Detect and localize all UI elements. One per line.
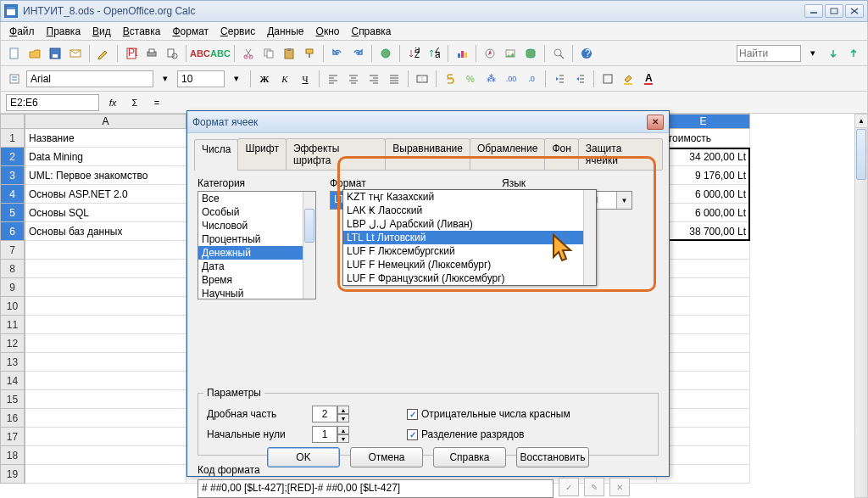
help-button[interactable]: Справка	[433, 447, 506, 467]
print-icon[interactable]	[143, 45, 160, 62]
row-header-2[interactable]: 2	[0, 148, 25, 166]
chevron-down-icon[interactable]: ▼	[616, 192, 632, 209]
leading-input[interactable]	[312, 426, 337, 443]
spellcheck-icon[interactable]: ABC	[192, 45, 209, 62]
cell-A4[interactable]: Основы ASP.NET 2.0	[25, 185, 186, 204]
neg-red-checkbox[interactable]: ✓ Отрицательные числа красным	[407, 408, 570, 420]
spinner-down-icon[interactable]: ▼	[337, 414, 349, 422]
add-decimal-icon[interactable]: .00	[503, 70, 520, 87]
preview-icon[interactable]	[164, 45, 181, 62]
remove-decimal-icon[interactable]: .0	[523, 70, 540, 87]
dropdown-scrollbar[interactable]	[583, 190, 596, 285]
align-left-icon[interactable]	[325, 70, 342, 87]
row-header-18[interactable]: 18	[0, 446, 25, 465]
export-pdf-icon[interactable]: PDF	[123, 45, 140, 62]
row-header-16[interactable]: 16	[0, 409, 25, 428]
row-header-3[interactable]: 3	[0, 166, 25, 185]
minimize-button[interactable]	[804, 4, 823, 18]
scroll-up-icon[interactable]: ▲	[855, 115, 867, 128]
bold-icon[interactable]: Ж	[256, 70, 273, 87]
dec-indent-icon[interactable]	[551, 70, 568, 87]
scroll-thumb[interactable]	[856, 129, 866, 180]
leading-spinner[interactable]: ▲▼	[312, 426, 349, 443]
menu-window[interactable]: Окно	[311, 24, 345, 39]
new-icon[interactable]	[6, 45, 23, 62]
undo-icon[interactable]	[329, 45, 346, 62]
cell-E5[interactable]: 6 000,00 Lt	[657, 204, 750, 222]
accept-format-icon[interactable]: ✓	[559, 478, 579, 496]
menu-file[interactable]: Файл	[4, 24, 40, 39]
find-next-icon[interactable]	[825, 45, 842, 62]
cell-A3[interactable]: UML: Первое знакомство	[25, 166, 186, 185]
dialog-close-button[interactable]: ✕	[647, 115, 664, 130]
row-header-1[interactable]: 1	[0, 129, 25, 148]
row-header-6[interactable]: 6	[0, 222, 25, 241]
sum-icon[interactable]: Σ	[126, 94, 143, 111]
menu-help[interactable]: Справка	[346, 24, 396, 39]
fontcolor-icon[interactable]: A	[640, 70, 657, 87]
select-all-corner[interactable]	[0, 114, 25, 129]
navigator-icon[interactable]	[481, 45, 498, 62]
tab-font[interactable]: Шрифт	[237, 138, 286, 170]
decimals-input[interactable]	[312, 406, 337, 422]
cell-A2[interactable]: Data Mining	[25, 148, 186, 166]
underline-icon[interactable]: Ч	[297, 70, 314, 87]
sort-asc-icon[interactable]: az	[405, 45, 422, 62]
help-icon[interactable]: ?	[578, 45, 595, 62]
dropdown-item-selected[interactable]: LTL Lt Литовский	[343, 231, 596, 244]
format-dropdown-list[interactable]: KZT тңг Казахский LAK ₭ Лаосский LBP ل.ل…	[342, 189, 597, 286]
row-header-11[interactable]: 11	[0, 316, 25, 334]
save-icon[interactable]	[47, 45, 64, 62]
open-icon[interactable]	[26, 45, 43, 62]
cell-A1[interactable]: Название	[25, 129, 186, 148]
zoom-icon[interactable]	[550, 45, 567, 62]
category-item[interactable]: Время	[198, 273, 315, 287]
reset-button[interactable]: Восстановить	[516, 447, 589, 467]
dialog-titlebar[interactable]: Формат ячеек ✕	[187, 111, 669, 133]
sort-desc-icon[interactable]: za	[426, 45, 442, 62]
inc-indent-icon[interactable]	[571, 70, 588, 87]
row-header-5[interactable]: 5	[0, 204, 25, 222]
align-right-icon[interactable]	[365, 70, 382, 87]
font-size-input[interactable]	[177, 70, 225, 87]
menu-data[interactable]: Данные	[262, 24, 309, 39]
redo-icon[interactable]	[349, 45, 366, 62]
row-header-9[interactable]: 9	[0, 278, 25, 297]
menu-tools[interactable]: Сервис	[215, 24, 260, 39]
row-header-4[interactable]: 4	[0, 185, 25, 204]
edit-icon[interactable]	[95, 45, 112, 62]
vertical-scrollbar[interactable]: ▲	[854, 114, 868, 498]
currency-icon[interactable]	[442, 70, 459, 87]
cell-reference-input[interactable]	[6, 94, 99, 111]
find-input[interactable]	[737, 45, 801, 62]
cell-A5[interactable]: Основы SQL	[25, 204, 186, 222]
dropdown-item[interactable]: LAK ₭ Лаосский	[343, 204, 596, 217]
col-header-E[interactable]: E	[657, 114, 750, 129]
format-paint-icon[interactable]	[301, 45, 318, 62]
row-header-19[interactable]: 19	[0, 465, 25, 484]
datasource-icon[interactable]	[522, 45, 539, 62]
mail-icon[interactable]	[67, 45, 84, 62]
tab-numbers[interactable]: Числа	[194, 139, 238, 171]
dropdown-item[interactable]: LBP ل.ل Арабский (Ливан)	[343, 217, 596, 231]
gallery-icon[interactable]	[502, 45, 519, 62]
paste-icon[interactable]	[281, 45, 298, 62]
standard-format-icon[interactable]: ⁂	[482, 70, 499, 87]
format-code-input[interactable]: # ##0,00 [$Lt-427];[RED]-# ##0,00 [$Lt-4…	[198, 479, 554, 498]
tab-font-effects[interactable]: Эффекты шрифта	[286, 138, 386, 170]
dropdown-item[interactable]: KZT тңг Казахский	[343, 190, 596, 204]
row-header-14[interactable]: 14	[0, 372, 25, 390]
cancel-button[interactable]: Отмена	[350, 447, 423, 467]
row-header-17[interactable]: 17	[0, 428, 25, 446]
maximize-button[interactable]	[825, 4, 843, 18]
dropdown-item[interactable]: LUF F Люксембургский	[343, 244, 596, 258]
category-item[interactable]: Научный	[198, 287, 315, 299]
merge-cells-icon[interactable]	[414, 70, 431, 87]
menu-format[interactable]: Формат	[167, 24, 214, 39]
cut-icon[interactable]	[240, 45, 257, 62]
spinner-up-icon[interactable]: ▲	[337, 406, 349, 414]
cell-E3[interactable]: 9 176,00 Lt	[657, 166, 750, 185]
bgcolor-icon[interactable]	[620, 70, 637, 87]
category-item[interactable]: Особый	[198, 205, 315, 219]
percent-icon[interactable]: %	[462, 70, 479, 87]
